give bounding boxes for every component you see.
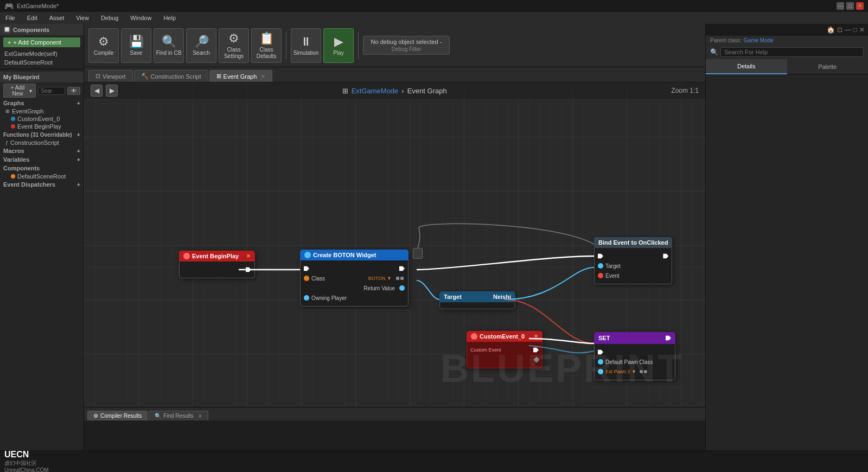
back-button[interactable]: ◀	[91, 85, 103, 97]
close-node-icon[interactable]: ✕	[246, 253, 251, 259]
palette-tab[interactable]: Palette	[787, 59, 869, 74]
owning-player-row: Owning Player	[301, 293, 408, 303]
event-begin-play-item[interactable]: Event BeginPlay	[0, 123, 84, 130]
set-target-pin	[598, 359, 603, 365]
resize-handle-node[interactable]	[413, 248, 423, 259]
simulation-button[interactable]: ⏸ Simulation	[291, 28, 321, 63]
create-boton-header: Create BOTON Widget	[300, 250, 409, 260]
divider	[0, 69, 84, 69]
custom-event-icon	[471, 333, 477, 340]
search-bar: 🔍	[706, 45, 868, 59]
close-button[interactable]: ✕	[856, 2, 864, 10]
custom-event-icon	[11, 117, 15, 121]
custom-event-out-pin	[533, 356, 539, 362]
breadcrumb-root[interactable]: ExtGameMode	[352, 87, 399, 95]
variables-add-button[interactable]: +	[77, 156, 80, 163]
blueprint-search-input[interactable]	[38, 87, 65, 95]
menu-item-asset[interactable]: Asset	[47, 14, 67, 22]
minimize-button[interactable]: —	[837, 2, 844, 10]
menu-item-file[interactable]: File	[3, 14, 17, 22]
blueprint-filter-button[interactable]: 👁	[67, 87, 80, 95]
construction-script-tab[interactable]: 🔨 Construction Script	[134, 70, 208, 82]
toolbar-icon-4[interactable]: □	[853, 26, 857, 34]
add-new-button[interactable]: + Add New ▾	[3, 84, 36, 98]
construction-script-item[interactable]: ƒ ConstructionScript	[0, 139, 84, 146]
functions-add-button[interactable]: +	[77, 131, 80, 138]
macros-add-button[interactable]: +	[77, 148, 80, 154]
compiler-results-tab[interactable]: ⚙ Compiler Results	[87, 411, 148, 420]
custom-event-0-node[interactable]: CustomEvent_0 ✕ Custom Event	[467, 331, 542, 368]
toolbar-icon-5[interactable]: ✕	[859, 26, 865, 34]
event-dispatchers-add-button[interactable]: +	[77, 181, 80, 188]
variables-section: Variables +	[0, 155, 84, 164]
event-graph-tab[interactable]: ⊞ Event Graph ✕	[209, 70, 273, 82]
owning-player-pin	[304, 295, 309, 301]
play-button[interactable]: ▶ Play	[323, 28, 354, 63]
debug-selector[interactable]: No debug object selected - Debug Filter	[363, 36, 450, 55]
event-graph-icon: ⊞	[216, 73, 221, 80]
compile-button[interactable]: ⚙ Compile	[88, 28, 119, 63]
maximize-button[interactable]: □	[846, 2, 854, 10]
components-bp-section: Components	[0, 164, 84, 173]
cast-header: Target Neishi	[439, 291, 515, 302]
graph-header: ◀ ▶ ⊞ ExtGameMode › Event Graph Zoom 1:1	[84, 82, 705, 99]
graph-zoom: Zoom 1:1	[671, 87, 699, 94]
simulation-icon: ⏸	[300, 35, 312, 49]
forward-button[interactable]: ▶	[106, 85, 118, 97]
set-node[interactable]: SET Default Pawn Class Ext Pawn 2 ▼	[594, 332, 675, 380]
footer-logo: UECN 虚幻中国社区 UnrealChina.COM	[4, 450, 49, 472]
class-defaults-button[interactable]: 📋 Class Defaults	[251, 28, 282, 63]
bind-event-pin	[598, 273, 603, 278]
create-boton-widget-node[interactable]: Create BOTON Widget Class BOTON ▼	[300, 250, 409, 307]
custom-event-item[interactable]: CustomEvent_0	[0, 115, 84, 123]
graph-area[interactable]: ◀ ▶ ⊞ ExtGameMode › Event Graph Zoom 1:1	[84, 82, 705, 407]
search-icon: 🔎	[194, 35, 209, 49]
pin-icon1	[396, 277, 399, 280]
toolbar-icon-1[interactable]: 🏠	[827, 26, 835, 34]
menu-item-view[interactable]: View	[74, 14, 91, 22]
add-component-button[interactable]: + + Add Component	[3, 37, 80, 47]
save-button[interactable]: 💾 Save	[121, 28, 151, 63]
menu-item-debug[interactable]: Debug	[99, 14, 120, 22]
menubar: FileEditAssetViewDebugWindowHelp	[0, 12, 868, 24]
graph-nav: ◀ ▶	[91, 85, 118, 97]
graphs-add-button[interactable]: +	[77, 100, 80, 106]
close-custom-event-icon[interactable]: ✕	[534, 334, 538, 339]
bind-exec-out	[663, 252, 668, 260]
footer-subtitle: 虚幻中国社区	[4, 460, 49, 467]
close-tab-icon[interactable]: ✕	[261, 74, 265, 79]
search-input[interactable]	[720, 47, 864, 57]
window-title: ExtGameMode*	[17, 3, 59, 9]
create-boton-body: Class BOTON ▼ Return Value Owning Play	[300, 260, 409, 307]
set-exec-out	[666, 334, 671, 342]
exec-in-pin	[304, 265, 309, 272]
menu-item-window[interactable]: Window	[128, 14, 154, 22]
toolbar-icon-3[interactable]: —	[845, 26, 851, 34]
construction-icon: 🔨	[141, 73, 149, 80]
component-item-self[interactable]: ExtGameMode(self)	[0, 49, 84, 58]
puzzle-icon: 🔲	[3, 26, 11, 33]
cast-node[interactable]: Target Neishi	[439, 291, 515, 309]
event-begin-play-node[interactable]: Event BeginPlay ✕	[179, 251, 255, 278]
close-find-results-icon[interactable]: ✕	[198, 413, 202, 419]
event-graph-item[interactable]: ⊞ EventGraph	[0, 107, 84, 115]
search-button[interactable]: 🔎 Search	[186, 28, 216, 63]
set-pin-icon2	[644, 370, 647, 373]
find-in-cb-button[interactable]: 🔍 Find in CB	[154, 28, 184, 63]
component-item-scene-root[interactable]: DefaultSceneRoot	[0, 58, 84, 67]
titlebar: 🎮 ExtGameMode* — □ ✕	[0, 0, 868, 12]
compiler-icon: ⚙	[93, 413, 98, 419]
left-panel: 🔲 Components + + Add Component ExtGameMo…	[0, 24, 84, 472]
default-scene-root-bp-item[interactable]: DefaultSceneRoot	[0, 173, 84, 180]
details-tab[interactable]: Details	[706, 59, 787, 74]
footer: UECN 虚幻中国社区 UnrealChina.COM	[0, 450, 868, 472]
bind-event-node[interactable]: Bind Event to OnClicked Target Event	[594, 237, 672, 284]
menu-item-help[interactable]: Help	[161, 14, 178, 22]
class-settings-button[interactable]: ⚙ Class Settings	[219, 28, 249, 63]
menu-item-edit[interactable]: Edit	[25, 14, 40, 22]
right-toolbar: 🏠 ⊡ — □ ✕	[706, 24, 868, 36]
set-pawn-class-row: Default Pawn Class	[595, 357, 675, 367]
find-results-tab[interactable]: 🔍 Find Results ✕	[149, 411, 208, 420]
viewport-tab[interactable]: ⊡ Viewport	[88, 70, 133, 82]
toolbar-icon-2[interactable]: ⊡	[837, 26, 843, 34]
